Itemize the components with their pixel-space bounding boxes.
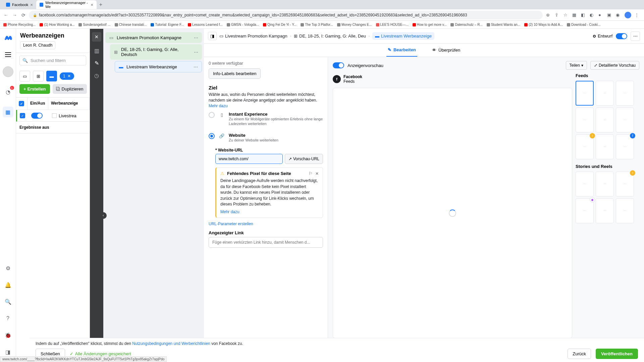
bookmark[interactable]: Phone Recycling... bbox=[3, 23, 36, 26]
more-icon[interactable]: ⋯ bbox=[194, 35, 199, 40]
close-icon[interactable]: ✕ bbox=[315, 171, 319, 176]
view-ads-icon[interactable]: ▬ bbox=[46, 71, 57, 81]
create-button[interactable]: +Erstellen bbox=[19, 84, 50, 94]
bookmark[interactable]: Sonderangebot! ... bbox=[78, 23, 110, 26]
address-bar[interactable]: 🔒 facebook.com/adsmanager/manage/ads/edi… bbox=[29, 11, 543, 19]
bookmark[interactable]: Student Wants an... bbox=[487, 23, 520, 26]
avatar[interactable] bbox=[3, 66, 13, 77]
preview-thumb[interactable]: ⋯ bbox=[616, 198, 634, 223]
more-icon[interactable]: ⋯ bbox=[194, 64, 198, 69]
learn-more-link[interactable]: Mehr dazu bbox=[209, 104, 228, 108]
tree-ad[interactable]: ▬ Livestream Werbeanzeige ⋯ bbox=[115, 61, 202, 72]
ad-toggle[interactable] bbox=[616, 33, 627, 39]
bookmark[interactable]: Tutorial: Eigene F... bbox=[151, 23, 184, 26]
back-button[interactable]: Zurück bbox=[568, 349, 591, 359]
preview-thumb[interactable]: ⋯ bbox=[576, 172, 594, 196]
more-button[interactable]: ⋯ bbox=[631, 32, 640, 41]
tab-review[interactable]: 👁Überprüfen bbox=[431, 44, 462, 57]
bookmark[interactable]: Download - Cooki... bbox=[567, 23, 600, 26]
close-drawer-button[interactable]: ✕ bbox=[92, 32, 101, 42]
preview-url-button[interactable]: ↗Vorschau-URL bbox=[285, 154, 323, 164]
bookmark[interactable]: Money Changes E... bbox=[337, 23, 372, 26]
browser-tab-facebook[interactable]: Facebook ✕ bbox=[3, 0, 36, 9]
gear-icon[interactable]: ⚙ bbox=[3, 263, 13, 274]
preview-thumb[interactable]: ⋯ bbox=[616, 108, 634, 132]
bookmark[interactable]: (2) 10 Ways to Add A... bbox=[524, 23, 563, 26]
extension-icon[interactable]: ● bbox=[598, 12, 604, 18]
gauge-icon[interactable]: ◔1 bbox=[3, 86, 13, 97]
chart-icon[interactable]: ▥ bbox=[94, 48, 99, 54]
more-icon[interactable]: ⋯ bbox=[194, 50, 199, 55]
preview-thumb[interactable]: ⋯f bbox=[616, 134, 634, 159]
checkbox[interactable]: ✓ bbox=[20, 113, 25, 118]
extension-icon[interactable]: ▣ bbox=[607, 12, 612, 18]
website-url-input[interactable] bbox=[215, 154, 283, 164]
radio-website[interactable]: 🔗 Website Zu deiner Website weiterleiten bbox=[209, 129, 323, 146]
reload-button[interactable]: ⟳ bbox=[20, 12, 27, 18]
edit-icon[interactable]: ✎ bbox=[95, 60, 99, 66]
display-link-input[interactable] bbox=[209, 237, 323, 248]
bookmark[interactable]: The Top 3 Platfor... bbox=[301, 23, 333, 26]
collapse-icon[interactable]: ‹ bbox=[100, 212, 107, 219]
feedback-icon[interactable]: ⚐ bbox=[309, 171, 313, 176]
tab-edit[interactable]: ✎Bearbeiten bbox=[386, 44, 417, 57]
radio-icon[interactable] bbox=[209, 133, 215, 139]
forward-button[interactable]: → bbox=[11, 12, 18, 18]
bookmark[interactable]: GMSN - Vologda... bbox=[227, 23, 259, 26]
url-params-link[interactable]: URL-Parameter erstellen bbox=[209, 222, 253, 226]
browser-tab-adsmanager[interactable]: Werbeanzeigenmanager - We ✕ bbox=[36, 0, 97, 9]
account-selector[interactable]: Leon R. Chaudh bbox=[20, 41, 55, 49]
column-ad[interactable]: Werbeanzeige bbox=[48, 98, 90, 110]
duplicate-button[interactable]: ⿻Duplizieren bbox=[53, 84, 87, 94]
help-icon[interactable]: ? bbox=[3, 313, 13, 324]
table-row[interactable]: ✓ Livestrea bbox=[16, 110, 90, 122]
back-button[interactable]: ← bbox=[3, 12, 9, 18]
bookmark[interactable]: LEE'S HOUSE—... bbox=[376, 23, 409, 26]
meta-logo-icon[interactable] bbox=[3, 34, 13, 43]
menu-icon[interactable]: ⋮ bbox=[635, 12, 640, 18]
bookmark[interactable]: Datenschutz – R... bbox=[450, 23, 482, 26]
preview-thumb[interactable]: ⋯! bbox=[616, 172, 634, 196]
preview-thumb[interactable]: ⋯ bbox=[596, 198, 614, 223]
preview-thumb[interactable]: ⋯! bbox=[576, 134, 594, 159]
panel-toggle-icon[interactable]: ◨ bbox=[208, 32, 217, 40]
profile-icon[interactable] bbox=[625, 12, 631, 18]
menu-icon[interactable] bbox=[5, 52, 11, 57]
bookmark[interactable]: How to get more v... bbox=[413, 23, 447, 26]
preview-thumb[interactable]: ⋯ bbox=[596, 134, 614, 159]
radio-icon[interactable] bbox=[209, 112, 215, 118]
preview-thumb[interactable]: ⋯ bbox=[576, 108, 594, 132]
search-icon[interactable]: 🔍 bbox=[3, 296, 13, 307]
share-button[interactable]: Teilen▾ bbox=[566, 61, 587, 70]
search-input[interactable]: 🔍 Suchen und filtern bbox=[19, 56, 86, 65]
view-grid-icon[interactable]: ⊞ bbox=[33, 71, 44, 81]
selection-count[interactable]: 1✕ bbox=[60, 72, 74, 80]
tree-campaign[interactable]: ▭ Livestream Promotion Kampagne ⋯ bbox=[105, 32, 202, 43]
extension-icon[interactable]: ▦ bbox=[572, 12, 578, 18]
close-icon[interactable]: ✕ bbox=[91, 3, 93, 7]
bookmark[interactable]: (1) How Working a... bbox=[40, 23, 74, 26]
close-icon[interactable]: ✕ bbox=[30, 3, 33, 7]
bookmark[interactable]: Qing Fei De Yi - Y... bbox=[263, 23, 297, 26]
bookmark[interactable]: Lessons Learned f... bbox=[188, 23, 223, 26]
zoom-icon[interactable]: ⊕ bbox=[546, 12, 551, 18]
legal-link[interactable]: Nutzungsbedingungen und Werberichtlinien bbox=[132, 341, 210, 346]
bug-icon[interactable]: 🐞 bbox=[3, 330, 13, 341]
preview-thumb[interactable]: ⋯ bbox=[576, 81, 594, 106]
bookmark[interactable]: Chinese translati... bbox=[115, 23, 147, 26]
crumb-campaign[interactable]: ▭Livestream Promotion Kampagn bbox=[219, 34, 287, 39]
view-folder-icon[interactable]: ▭ bbox=[19, 71, 30, 81]
info-labels-button[interactable]: Info-Labels bearbeiten bbox=[209, 68, 261, 79]
close-icon[interactable]: ✕ bbox=[67, 74, 71, 78]
share-icon[interactable]: ⇪ bbox=[555, 12, 560, 18]
preview-thumb[interactable]: ⋯ bbox=[596, 172, 614, 196]
clock-icon[interactable]: ◷ bbox=[94, 72, 99, 79]
new-tab-button[interactable]: + bbox=[97, 2, 105, 8]
grid-icon[interactable]: ▦ bbox=[3, 107, 13, 117]
preview-thumb[interactable]: ⋯◉ bbox=[576, 198, 594, 223]
learn-more-link[interactable]: Mehr dazu bbox=[220, 209, 239, 214]
detailed-preview-button[interactable]: ⤢Detaillierte Vorschau bbox=[590, 61, 639, 70]
tree-adset[interactable]: ⊞ DE, 18-25, I: Gaming, G: Alle, Deutsch… bbox=[110, 44, 202, 60]
toggle[interactable] bbox=[31, 113, 43, 119]
crumb-ad[interactable]: ▬Livestream Werbeanzeige bbox=[372, 32, 434, 40]
